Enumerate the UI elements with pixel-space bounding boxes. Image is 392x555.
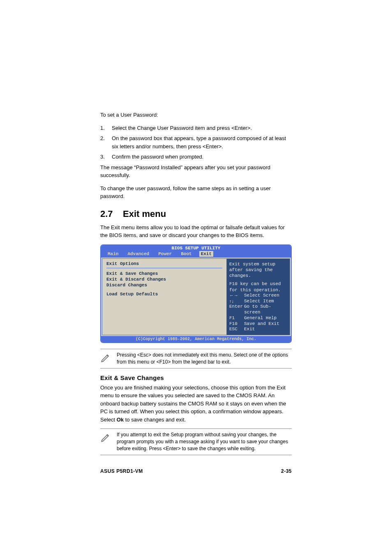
legend-label-sub-screen: Go to Sub-screen	[244, 304, 287, 315]
legend-key-esc: ESC	[229, 327, 244, 332]
section-number: 2.7	[100, 209, 113, 219]
pencil-note-icon	[100, 431, 117, 444]
tab-advanced[interactable]: Advanced	[126, 251, 151, 257]
tab-boot[interactable]: Boot	[179, 251, 193, 257]
step-1-number: 1.	[100, 124, 112, 132]
legend-key-enter: Enter	[229, 304, 244, 315]
legend-key-ud: ↑↓	[229, 299, 244, 304]
tab-main[interactable]: Main	[106, 251, 120, 257]
legend: ←→Select Screen ↑↓Select Item EnterGo to…	[229, 293, 287, 332]
load-setup-defaults-item[interactable]: Load Setup Defaults	[106, 291, 222, 297]
legend-label-general-help: General Help	[244, 315, 277, 321]
change-user-password-message: To change the user password, follow the …	[100, 184, 292, 200]
exit-save-para-b: to save changes and exit.	[124, 417, 186, 423]
exit-menu-paragraph: The Exit menu items allow you to load th…	[100, 223, 292, 240]
exit-save-changes-paragraph: Once you are finished making your select…	[100, 384, 292, 424]
note-exit-without-save-text: If you attempt to exit the Setup program…	[117, 431, 292, 452]
legend-label-exit: Exit	[244, 327, 255, 332]
pencil-note-icon	[100, 352, 117, 365]
bios-help-panel: Exit system setup after saving the chang…	[226, 258, 290, 336]
step-3: 3. Confirm the password when prompted.	[100, 153, 292, 161]
step-3-number: 3.	[100, 153, 112, 161]
note-esc-text: Pressing <Esc> does not immediately exit…	[117, 352, 292, 366]
exit-save-changes-item[interactable]: Exit & Save Changes	[106, 271, 222, 276]
help-text-1: Exit system setup after saving the chang…	[229, 261, 287, 279]
section-title: Exit menu	[123, 209, 166, 219]
discard-changes-item[interactable]: Discard Changes	[106, 282, 222, 288]
legend-key-f10: F10	[229, 321, 244, 327]
bios-left-panel: Exit Options Exit & Save Changes Exit & …	[102, 258, 226, 336]
legend-key-f1: F1	[229, 315, 244, 321]
legend-label-select-item: Select Item	[244, 299, 274, 304]
note-exit-without-save: If you attempt to exit the Setup program…	[100, 428, 292, 455]
password-installed-message: The message “Password Installed” appears…	[100, 164, 292, 180]
step-3-text: Confirm the password when prompted.	[112, 153, 292, 161]
footer-right: 2-35	[281, 468, 292, 474]
bios-title: BIOS SETUP UTILITY	[101, 245, 291, 251]
step-1: 1. Select the Change User Password item …	[100, 124, 292, 132]
legend-label-select-screen: Select Screen	[244, 293, 279, 299]
bios-tabs: Main Advanced Power Boot Exit	[101, 251, 291, 258]
step-2: 2. On the password box that appears, typ…	[100, 134, 292, 150]
exit-discard-changes-item[interactable]: Exit & Discard Changes	[106, 276, 222, 282]
bios-copyright: (C)Copyright 1985-2002, American Megatre…	[101, 336, 291, 342]
legend-key-lr: ←→	[229, 293, 244, 299]
bios-setup-utility: BIOS SETUP UTILITY Main Advanced Power B…	[100, 244, 292, 343]
tab-power[interactable]: Power	[157, 251, 173, 257]
step-1-text: Select the Change User Password item and…	[112, 124, 292, 132]
set-user-password-heading: To set a User Password:	[100, 111, 292, 119]
ok-label: Ok	[117, 417, 124, 423]
step-2-text: On the password box that appears, type a…	[112, 134, 292, 150]
legend-label-save-exit: Save and Exit	[244, 321, 279, 327]
page-footer: ASUS P5RD1-VM 2-35	[100, 468, 292, 474]
help-text-2: F10 key can be used for this operation.	[229, 281, 287, 293]
section-heading: 2.7 Exit menu	[100, 209, 292, 219]
step-2-number: 2.	[100, 134, 112, 150]
tab-exit[interactable]: Exit	[199, 251, 213, 257]
footer-left: ASUS P5RD1-VM	[100, 468, 143, 474]
exit-save-changes-heading: Exit & Save Changes	[100, 374, 292, 381]
exit-options-header: Exit Options	[106, 261, 222, 268]
note-esc: Pressing <Esc> does not immediately exit…	[100, 349, 292, 368]
